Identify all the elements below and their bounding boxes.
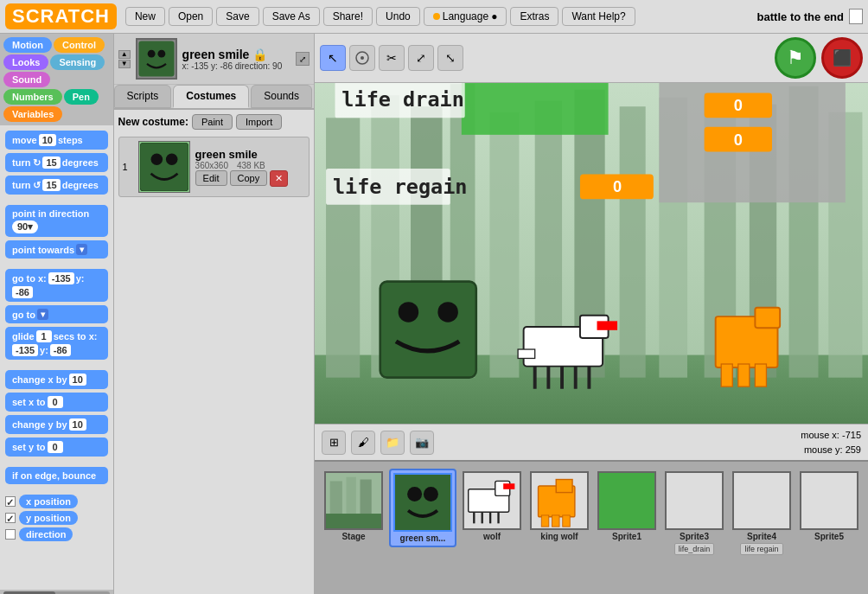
block-set-x[interactable]: set x to 0 — [5, 393, 108, 412]
tab-scripts[interactable]: Scripts — [114, 85, 172, 108]
svg-text:life  drain: life drain — [341, 87, 463, 112]
sprite-item-stage[interactable]: Stage — [322, 469, 386, 544]
svg-point-37 — [399, 302, 419, 323]
import-button[interactable]: Import — [236, 114, 282, 130]
paint-stage-button[interactable]: 🖌 — [351, 431, 375, 455]
category-numbers[interactable]: Numbers — [3, 89, 62, 105]
category-looks[interactable]: Looks — [3, 54, 48, 70]
tab-sounds[interactable]: Sounds — [251, 85, 312, 108]
green-flag-button[interactable]: ⚑ — [775, 37, 816, 79]
extras-button[interactable]: Extras — [510, 7, 558, 26]
duplicate-tool-button[interactable] — [349, 45, 375, 71]
folder-stage-button[interactable]: 📁 — [380, 431, 405, 455]
copy-costume-button[interactable]: Copy — [230, 170, 268, 186]
stage-toolbar: ↖ ✂ ⤢ ⤡ ⚑ ⬛ — [315, 34, 868, 83]
svg-rect-71 — [556, 480, 572, 493]
sprite-item-king-wolf[interactable]: king wolf — [527, 469, 591, 544]
svg-point-38 — [437, 302, 458, 323]
sprite3-sublabel: life_drain — [674, 543, 715, 555]
tab-costumes[interactable]: Costumes — [173, 85, 249, 108]
new-costume-label: New costume: — [118, 116, 188, 128]
middle-panel: ▲ ▼ green smile 🔒 x: -135 y: -86 directi… — [113, 34, 315, 594]
checkbox-direction[interactable]: direction — [5, 527, 108, 541]
sprite5-thumb-svg — [801, 472, 857, 529]
block-goto-xy[interactable]: go to x: -135 y: -86 — [5, 269, 108, 302]
stop-button[interactable]: ⬛ — [821, 37, 863, 79]
checkbox-x-icon[interactable]: ✓ — [5, 496, 16, 507]
category-pen[interactable]: Pen — [64, 89, 99, 105]
sprites-scroll: Stage green sm... — [315, 462, 868, 594]
arrow-up-button[interactable]: ▲ — [118, 50, 131, 59]
cursor-tool-button[interactable]: ↖ — [320, 45, 346, 71]
checkbox-y-position[interactable]: ✓ y position — [5, 511, 108, 525]
category-sensing[interactable]: Sensing — [50, 54, 105, 70]
save-button[interactable]: Save — [216, 7, 258, 26]
sprite-item-sprite1[interactable]: Sprite1 — [595, 469, 659, 544]
expand-button[interactable]: ⤢ — [296, 52, 310, 66]
svg-rect-41 — [597, 321, 618, 329]
block-point-towards[interactable]: point towards ▾ — [5, 240, 108, 259]
block-point-direction[interactable]: point in direction 90▾ — [5, 205, 108, 237]
want-help-button[interactable]: Want Help? — [562, 7, 635, 26]
paint-button[interactable]: Paint — [192, 114, 233, 130]
new-button[interactable]: New — [125, 7, 165, 26]
svg-rect-77 — [734, 473, 789, 528]
svg-rect-11 — [326, 118, 360, 377]
expand-tool-button[interactable]: ⤢ — [408, 45, 434, 71]
sprites-panel: Stage green sm... — [315, 460, 868, 594]
stage-layout-button[interactable]: ⊞ — [322, 431, 346, 455]
block-change-x[interactable]: change x by 10 — [5, 370, 108, 389]
save-as-button[interactable]: Save As — [263, 7, 320, 26]
category-motion[interactable]: Motion — [3, 37, 52, 53]
sprite-item-green-smile[interactable]: green sm... — [389, 469, 456, 547]
svg-rect-49 — [755, 308, 780, 329]
share-button[interactable]: Share! — [323, 7, 373, 26]
right-panel: ↖ ✂ ⤢ ⤡ ⚑ ⬛ — [315, 34, 868, 594]
open-button[interactable]: Open — [169, 7, 213, 26]
block-move[interactable]: move 10 steps — [5, 131, 108, 150]
costume-preview — [138, 141, 190, 193]
stage-bottom-toolbar: ⊞ 🖌 📁 📷 mouse x: -715 mouse y: 259 — [315, 424, 868, 460]
checkbox-dir-icon[interactable] — [5, 529, 16, 540]
block-set-y[interactable]: set y to 0 — [5, 438, 108, 457]
mouse-coordinates: mouse x: -715 mouse y: 259 — [801, 428, 861, 457]
language-label: Language — [443, 10, 488, 22]
costumes-area: New costume: Paint Import 1 — [114, 110, 314, 594]
checkbox-y-icon[interactable]: ✓ — [5, 513, 16, 523]
edit-costume-button[interactable]: Edit — [195, 170, 227, 186]
duplicate-icon — [354, 50, 370, 66]
sprite-item-sprite3[interactable]: Sprite3 life_drain — [662, 469, 726, 558]
sprite1-thumb-svg — [599, 472, 654, 529]
block-turn-ccw[interactable]: turn ↺ 15 degrees — [5, 176, 108, 195]
svg-point-2 — [157, 50, 165, 58]
svg-rect-58 — [395, 475, 450, 530]
svg-text:0: 0 — [613, 177, 622, 195]
language-button[interactable]: Language ● — [424, 7, 507, 26]
block-edge-bounce[interactable]: if on edge, bounce — [5, 467, 108, 484]
block-turn-cw[interactable]: turn ↻ 15 degrees — [5, 153, 108, 172]
category-control[interactable]: Control — [54, 37, 105, 53]
scrollbar[interactable] — [0, 590, 113, 594]
mouse-x-coord: mouse x: -715 — [801, 428, 861, 443]
category-variables[interactable]: Variables — [3, 106, 62, 122]
sprite-item-wolf[interactable]: wolf — [460, 469, 524, 544]
sprite-item-sprite4[interactable]: Sprite4 life regain — [730, 469, 794, 558]
category-sound[interactable]: Sound — [3, 72, 50, 87]
sprite-item-sprite5[interactable]: Sprite5 — [797, 469, 861, 544]
project-title-text: battle to the end — [757, 10, 844, 23]
block-change-y[interactable]: change y by 10 — [5, 415, 108, 434]
lock-icon: 🔒 — [252, 48, 267, 61]
left-panel: Motion Control Looks Sensing Sound Numbe… — [0, 34, 113, 594]
block-glide[interactable]: glide 1 secs to x: -135 y: -86 — [5, 327, 108, 360]
cut-tool-button[interactable]: ✂ — [379, 45, 405, 71]
delete-costume-button[interactable]: ✕ — [270, 170, 288, 187]
stage-controls: ⚑ ⬛ — [775, 37, 863, 79]
checkbox-x-position[interactable]: ✓ x position — [5, 495, 108, 508]
spacer1 — [5, 198, 108, 205]
arrow-down-button[interactable]: ▼ — [118, 60, 131, 68]
camera-stage-button[interactable]: 📷 — [410, 431, 434, 455]
shrink-tool-button[interactable]: ⤡ — [437, 45, 463, 71]
undo-button[interactable]: Undo — [376, 7, 420, 26]
costume-number: 1 — [123, 162, 133, 172]
block-goto[interactable]: go to ▾ — [5, 305, 108, 323]
